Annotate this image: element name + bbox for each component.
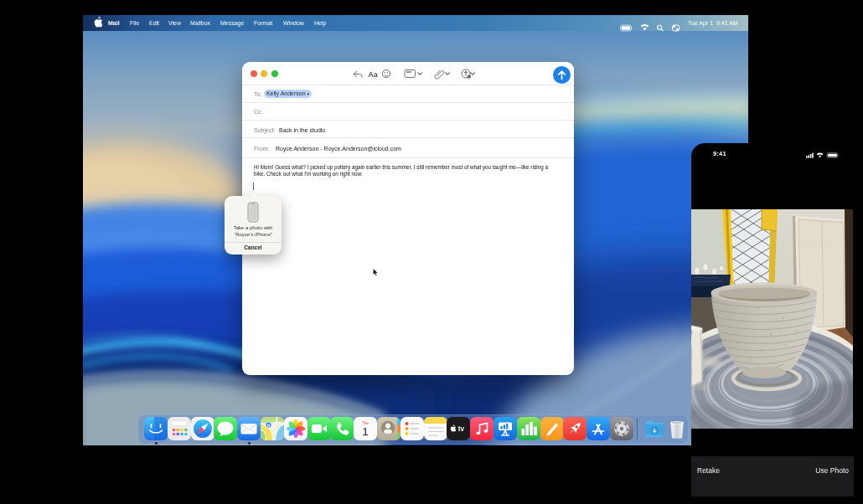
- svg-text:tv: tv: [458, 425, 465, 433]
- svg-text:Aa: Aa: [368, 70, 378, 79]
- svg-text:A: A: [266, 423, 271, 428]
- svg-text:Tue: Tue: [362, 421, 369, 425]
- svg-text:1: 1: [362, 425, 369, 438]
